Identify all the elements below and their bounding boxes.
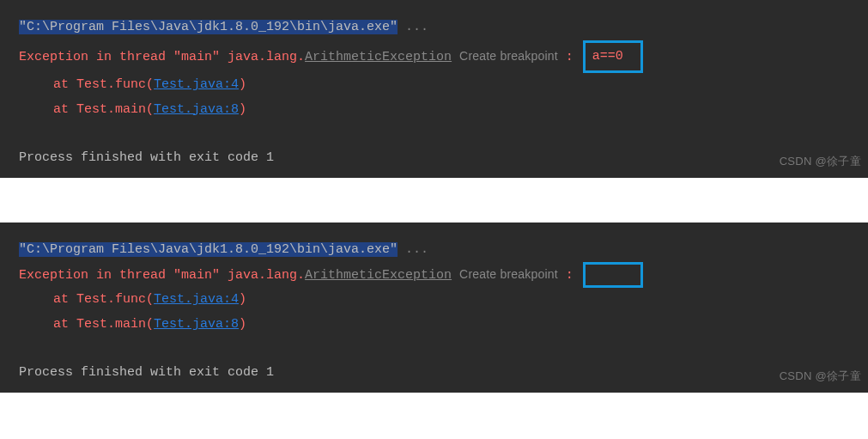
create-breakpoint-link[interactable]: Create breakpoint (459, 267, 558, 281)
exception-message-highlight (583, 262, 643, 288)
stack-text: at Test.func( (53, 292, 154, 307)
panel-separator (0, 178, 868, 223)
stack-text: at Test.main( (53, 102, 154, 117)
create-breakpoint-link[interactable]: Create breakpoint (459, 49, 558, 63)
source-link[interactable]: Test.java:4 (154, 292, 239, 307)
stack-frame: at Test.func(Test.java:4) (19, 73, 868, 98)
watermark: CSDN @徐子童 (780, 151, 861, 173)
source-link[interactable]: Test.java:4 (154, 77, 239, 92)
exception-class-link[interactable]: ArithmeticException (305, 268, 452, 283)
stack-suffix: ) (239, 102, 246, 117)
watermark: CSDN @徐子童 (780, 366, 861, 387)
exception-line: Exception in thread "main" java.lang.Ari… (19, 262, 868, 288)
exception-class-link[interactable]: ArithmeticException (305, 50, 452, 64)
exception-line: Exception in thread "main" java.lang.Ari… (19, 40, 868, 74)
command-ellipsis: ... (398, 242, 428, 257)
exception-message-highlight: a==0 (583, 40, 643, 74)
stack-text: at Test.main( (53, 317, 154, 332)
stack-frame: at Test.main(Test.java:8) (19, 98, 868, 123)
console-panel-2: "C:\Program Files\Java\jdk1.8.0_192\bin\… (0, 223, 868, 393)
process-exit-line: Process finished with exit code 1 (19, 361, 868, 386)
exception-prefix: Exception in thread "main" java.lang. (19, 268, 305, 283)
process-exit-line: Process finished with exit code 1 (19, 146, 868, 171)
stack-frame: at Test.func(Test.java:4) (19, 288, 868, 313)
stack-suffix: ) (239, 77, 246, 92)
exception-prefix: Exception in thread "main" java.lang. (19, 50, 305, 64)
command-ellipsis: ... (398, 20, 428, 34)
colon-separator: : (558, 268, 581, 283)
colon-separator: : (558, 50, 581, 64)
stack-suffix: ) (239, 317, 246, 332)
source-link[interactable]: Test.java:8 (154, 102, 239, 117)
console-panel-1: "C:\Program Files\Java\jdk1.8.0_192\bin\… (0, 0, 868, 178)
blank-line (19, 337, 868, 361)
stack-text: at Test.func( (53, 77, 154, 92)
command-path: "C:\Program Files\Java\jdk1.8.0_192\bin\… (19, 20, 398, 34)
command-line: "C:\Program Files\Java\jdk1.8.0_192\bin\… (19, 15, 868, 40)
blank-line (19, 122, 868, 146)
source-link[interactable]: Test.java:8 (154, 317, 239, 332)
stack-frame: at Test.main(Test.java:8) (19, 313, 868, 338)
stack-suffix: ) (239, 292, 246, 307)
command-path: "C:\Program Files\Java\jdk1.8.0_192\bin\… (19, 242, 398, 257)
command-line: "C:\Program Files\Java\jdk1.8.0_192\bin\… (19, 238, 868, 263)
